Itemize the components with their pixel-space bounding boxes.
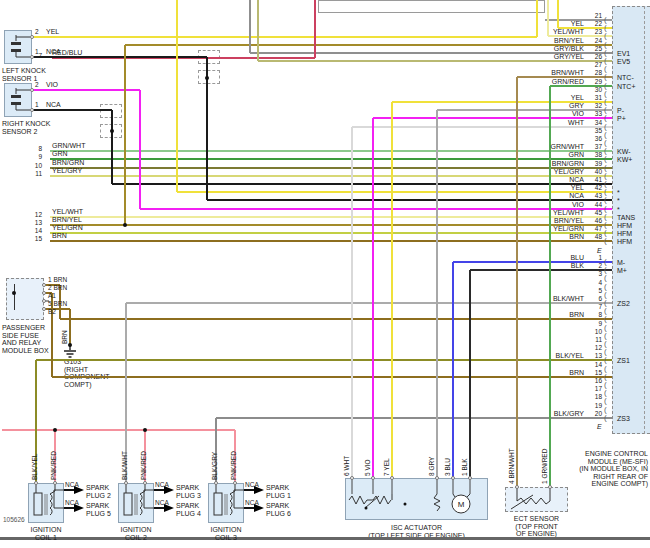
feed-wire-label: BRN/GRN — [52, 159, 84, 167]
ecm-inner-dashed-line — [644, 6, 645, 434]
ecm-pin-number: 34 — [586, 119, 602, 127]
spark-plug-arrow — [164, 504, 174, 512]
page-bottom-border — [0, 537, 650, 540]
coil-wire-label: BLK/YEL — [31, 440, 39, 480]
wire-yel — [391, 102, 393, 478]
junction-dot — [123, 223, 127, 227]
fuse-pin — [42, 299, 46, 303]
spark-plug-arrow — [74, 486, 84, 494]
ecm-signal-label: ZS3 — [617, 415, 630, 423]
knock-sensor-1-label: LEFT KNOCK SENSOR 1 — [2, 67, 46, 82]
wire-wht — [351, 127, 353, 478]
spark-plug-wire — [154, 507, 164, 509]
wire-vio — [139, 90, 141, 209]
ground-label: G103 (RIGHT COMPONENT COMPT) — [64, 358, 110, 388]
ecm-signal-label: * — [617, 189, 620, 197]
feed-wire-label: YEL/WHT — [52, 208, 83, 216]
ecm-pin-number: 41 — [586, 176, 602, 184]
ecm-pin-number: 19 — [586, 402, 602, 410]
junction-dot — [143, 428, 147, 432]
ecm-module-label: ENGINE CONTROL MODULE (ME-SFI) (IN MODUL… — [556, 450, 648, 488]
feed-wire-label: GRN/WHT — [52, 142, 85, 150]
ecm-pin-number: 17 — [586, 385, 602, 393]
ecm-wire-label: GRY/YEL — [500, 53, 584, 61]
ecm-signal-label: NTC- — [617, 74, 634, 82]
ecm-pin-number: 7 — [586, 303, 602, 311]
isc-pin — [350, 476, 354, 480]
ecm-signal-label: ZS2 — [617, 300, 630, 308]
coil-wire-label: PNK/RED — [230, 440, 238, 480]
spark-plug-wire — [64, 489, 74, 491]
ecm-wire-label: BRN — [500, 369, 584, 377]
ecm-signal-label: ZS1 — [617, 357, 630, 365]
ecm-pin-number: 48 — [586, 233, 602, 241]
ecm-pin-number: 45 — [586, 209, 602, 217]
ecm-signal-label: HFM — [617, 230, 632, 238]
ecm-pin-number: 40 — [586, 168, 602, 176]
fuse-pin — [42, 307, 46, 311]
junction-dot — [205, 76, 209, 80]
fuse-pin-label: A1 — [48, 292, 56, 300]
ecm-pin-number: 33 — [586, 110, 602, 118]
wire-gry — [436, 110, 438, 478]
ecm-wire-label: YEL — [500, 20, 584, 28]
ecm-pin-number: 36 — [586, 135, 602, 143]
ecm-pin-number: 28 — [586, 69, 602, 77]
sensor-wire-label: YEL — [46, 28, 59, 36]
spark-plug-arrow — [254, 486, 264, 494]
spark-plug-arrow — [74, 504, 84, 512]
ect-sensor-symbol — [505, 487, 568, 512]
spark-plug-wire — [244, 489, 254, 491]
ecm-pin-number: 14 — [586, 361, 602, 369]
ecm-pin-number: 18 — [586, 393, 602, 401]
ecm-pin-number: 31 — [586, 94, 602, 102]
ecm-pin-number: 1 — [586, 254, 602, 262]
ecm-wire-label: YEL/GRY — [500, 168, 584, 176]
ignition-coil-symbol — [118, 483, 154, 523]
ecm-pin-hook: ( — [604, 237, 607, 245]
top-partial-module-box — [318, 0, 545, 13]
svg-text:M: M — [458, 500, 465, 509]
ecm-wire-label: YEL — [500, 94, 584, 102]
ecm-pin-number: 39 — [586, 160, 602, 168]
wire-blk-gry — [216, 417, 612, 419]
isc-pin — [468, 476, 472, 480]
feed-pin-number: 10 — [28, 162, 42, 170]
wire-pnk-red — [2, 429, 235, 431]
fuse-internal-bus — [14, 284, 15, 310]
feed-wire-label: BRN — [52, 232, 67, 240]
ecm-wire-label: GRN/WHT — [500, 143, 584, 151]
ecm-signal-label: EV1 — [617, 50, 630, 58]
ecm-signal-label: TANS — [617, 214, 635, 222]
wire-yel — [176, 0, 178, 192]
sensor-pin — [30, 88, 34, 92]
wire-brn-yel — [124, 45, 126, 225]
ecm-pin-number: 29 — [586, 78, 602, 86]
ignition-coil-symbol — [28, 483, 64, 523]
inline-connector — [198, 70, 220, 84]
coil-pin — [34, 481, 38, 485]
fuse-relay-box-label: PASSENGER SIDE FUSE AND RELAY MODULE BOX — [2, 324, 49, 354]
feed-wire-label: YEL/GRY — [52, 167, 82, 175]
spark-plug-arrow — [254, 504, 264, 512]
wire-grn-red — [550, 85, 612, 87]
ecm-pin-number: 32 — [586, 102, 602, 110]
fuse-pin-label: B2 — [48, 308, 56, 316]
junction-dot — [12, 291, 16, 295]
spark-plug-wire — [64, 507, 74, 509]
ecm-wire-label: YEL/WHT — [500, 209, 584, 217]
ecm-wire-label: VIO — [500, 201, 584, 209]
sensor-pin-number: 2 — [35, 81, 39, 89]
ecm-wire-label: GRN — [500, 151, 584, 159]
ecm-pin-number: 44 — [586, 201, 602, 209]
spark-plug-label: SPARK PLUG 2 — [86, 484, 111, 499]
feed-wire-label: YEL/GRN — [52, 224, 83, 232]
ecm-pin-number: 42 — [586, 184, 602, 192]
ecm-pin-number: 38 — [586, 151, 602, 159]
isc-pin-label: 6 WHT — [343, 438, 351, 476]
ecm-pin-number: 26 — [586, 53, 602, 61]
spark-plug-label: SPARK PLUG 4 — [176, 502, 201, 517]
junction-dot — [110, 129, 114, 133]
feed-pin-number: 9 — [28, 153, 42, 161]
feed-pin-number: 11 — [28, 170, 42, 178]
